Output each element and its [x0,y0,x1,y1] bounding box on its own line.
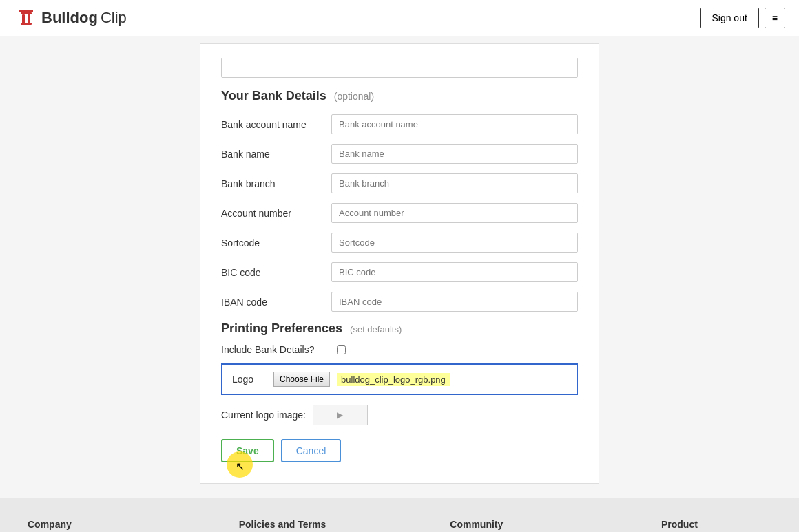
svg-rect-0 [19,10,33,12]
partial-top-input[interactable] [221,58,578,78]
bank-account-name-label: Bank account name [221,119,331,130]
bank-branch-label: Bank branch [221,178,331,189]
logo[interactable]: BulldogClip [14,6,127,30]
iban-code-input[interactable] [331,292,578,312]
account-number-label: Account number [221,208,331,219]
include-bank-details-row: Include Bank Details? [221,344,578,355]
sign-out-button[interactable]: Sign out [700,8,758,28]
footer: Company About Us Contact Us Home Policie… [0,498,799,532]
account-number-row: Account number [221,203,578,223]
svg-rect-2 [22,14,25,24]
main-content: Your Bank Details (optional) Bank accoun… [0,36,799,498]
sortcode-label: Sortcode [221,237,331,248]
footer-product-heading: Product [661,519,771,530]
cancel-button[interactable]: Cancel [281,439,342,462]
footer-company-heading: Company [28,519,138,530]
bic-code-label: BIC code [221,267,331,278]
menu-button[interactable]: ≡ [765,8,785,28]
bic-code-row: BIC code [221,262,578,282]
bank-name-row: Bank name [221,144,578,164]
logo-icon [14,6,39,30]
footer-community-col: Community t in [450,519,560,532]
svg-rect-4 [21,23,32,25]
action-buttons: Save ↖ Cancel [221,439,578,462]
footer-columns: Company About Us Contact Us Home Policie… [28,519,771,532]
footer-policies-heading: Policies and Terms [239,519,349,530]
account-number-input[interactable] [331,203,578,223]
logo-bulldog: Bulldog [41,9,98,27]
header-actions: Sign out ≡ [700,8,785,28]
logo-clip: Clip [101,9,127,27]
svg-rect-1 [21,12,32,14]
app-header: BulldogClip Sign out ≡ [0,0,799,36]
bank-details-heading: Your Bank Details (optional) [221,89,578,103]
include-bank-details-checkbox[interactable] [337,345,346,354]
svg-rect-3 [28,14,30,24]
bank-account-name-input[interactable] [331,114,578,134]
iban-code-label: IBAN code [221,297,331,308]
sortcode-row: Sortcode [221,233,578,253]
iban-code-row: IBAN code [221,292,578,312]
file-name-display: bulldog_clip_logo_rgb.png [337,373,450,386]
bank-account-name-row: Bank account name [221,114,578,134]
footer-company-col: Company About Us Contact Us Home [28,519,138,532]
current-logo-row: Current logo image: [221,405,578,425]
footer-product-col: Product Pricing FAQs Story Features [661,519,771,532]
footer-policies-col: Policies and Terms Privacy Policy Terms … [239,519,349,532]
sortcode-input[interactable] [331,233,578,253]
bank-branch-input[interactable] [331,173,578,193]
include-bank-details-label: Include Bank Details? [221,344,331,355]
logo-box: Logo Choose File bulldog_clip_logo_rgb.p… [221,363,578,395]
footer-community-heading: Community [450,519,560,530]
bank-name-input[interactable] [331,144,578,164]
form-container: Your Bank Details (optional) Bank accoun… [200,43,599,484]
save-button[interactable]: Save [221,439,274,462]
current-logo-image [313,405,368,425]
bank-name-label: Bank name [221,149,331,160]
logo-label: Logo [232,374,267,385]
printing-preferences-heading: Printing Preferences (set defaults) [221,321,578,336]
current-logo-label: Current logo image: [221,409,306,421]
bic-code-input[interactable] [331,262,578,282]
bank-branch-row: Bank branch [221,173,578,193]
choose-file-button[interactable]: Choose File [273,372,330,387]
